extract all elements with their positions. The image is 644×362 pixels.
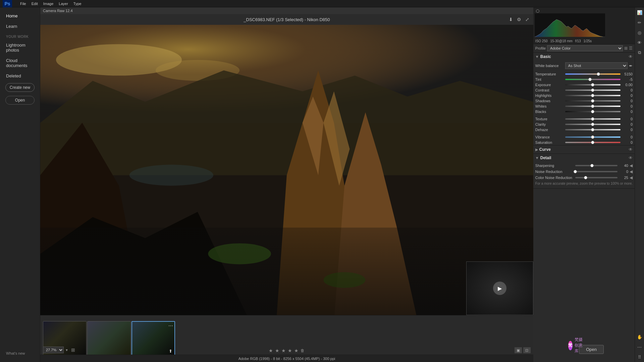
slider-label-clarity: Clarity [535,122,564,126]
grid-icon[interactable]: ⊞ [71,347,75,353]
slider-thumb-blacks[interactable] [591,110,594,113]
slider-value-dehaze: 0 [622,128,633,132]
title-bar: _DSC6983.NEF (1/3 Selected) - Nikon D850… [40,14,533,25]
slider-thumb-contrast[interactable] [591,88,594,92]
slider-value-texture: 0 [622,117,633,121]
slider-track-blacks[interactable] [565,111,621,112]
grid-view-icon[interactable]: ⊞ [624,46,628,51]
slider-thumb-texture[interactable] [591,117,594,121]
slider-thumb-exposure[interactable] [591,83,594,86]
menu-file[interactable]: File [20,2,26,6]
whats-new-link[interactable]: What's new [3,349,37,358]
slider-thumb-dehaze[interactable] [591,128,594,131]
sidebar-item-cloud[interactable]: Cloud documents [3,56,37,70]
slider-thumb-shadows[interactable] [591,99,594,103]
image-area: ▶ [40,25,533,315]
menu-edit[interactable]: Edit [32,2,38,6]
slider-track-vibrance[interactable] [565,136,621,138]
detail-track-color-noise-reduction[interactable] [575,177,618,178]
zoom-select[interactable]: 27.7% [43,347,64,353]
wb-select[interactable]: As Shot [565,62,628,69]
iso-value: ISO 250 [535,39,548,43]
slider-thumb-whites[interactable] [591,105,594,108]
detail-thumb-color-noise-reduction[interactable] [584,176,587,179]
slider-track-texture[interactable] [565,118,621,120]
slider-thumb-tint[interactable] [588,78,592,81]
aperture-value: f/13 [575,39,581,43]
layers-tool-icon[interactable]: ⧉ [636,49,643,56]
slider-track-whites[interactable] [565,106,621,107]
histogram-tool-icon[interactable]: 📊 [636,9,643,16]
wb-eyedropper-icon[interactable]: ✒ [629,63,633,68]
sidebar-item-lightroom[interactable]: Lightroom photos [3,41,37,55]
play-button[interactable]: ▶ [493,282,506,295]
sliders-extra-icon[interactable]: ⋯ [636,343,643,351]
slider-label-temperature: Temperature [535,72,564,76]
detail-section: ▼ Detail 👁 Sharpening40◀Noise Reduction0… [533,154,635,189]
filmstrip-thumb-3[interactable]: ⋯ ⬆ [131,321,175,356]
basic-section: ▼ Basic 👁 White balance As Shot ✒ [533,53,635,145]
color-wheel-icon[interactable]: ◎ [636,29,643,36]
detail-thumb-sharpening[interactable] [590,164,594,167]
sidebar-item-home[interactable]: Home [3,11,37,20]
slider-track-temperature[interactable] [565,73,621,75]
eye-tool-icon[interactable]: 👁 [636,39,643,46]
single-view-button[interactable]: ▣ [515,347,522,353]
slider-track-contrast[interactable] [565,89,621,91]
slider-thumb-vibrance[interactable] [591,135,594,139]
slider-label-vibrance: Vibrance [535,135,564,139]
edit-tool-icon[interactable]: ✏ [636,19,643,26]
grid-dots-icon[interactable]: ⠿ [636,353,643,361]
slider-track-highlights[interactable] [565,95,621,96]
slider-thumb-saturation[interactable] [591,141,594,144]
detail-track-noise-reduction[interactable] [575,171,618,172]
slider-track-tint[interactable] [565,79,621,80]
detail-adj-noise-reduction[interactable]: ◀ [630,169,633,174]
slider-thumb-clarity[interactable] [591,123,594,126]
detail-adj-sharpening[interactable]: ◀ [630,163,633,168]
detail-label-sharpening: Sharpening [535,164,574,168]
profile-select[interactable]: Adobe Color [547,45,623,51]
list-view-icon[interactable]: ☰ [629,46,633,51]
sidebar-open-button[interactable]: Open [5,96,35,105]
slider-thumb-temperature[interactable] [597,72,600,76]
star-1-icon[interactable]: ★ [269,348,273,353]
slider-thumb-highlights[interactable] [591,94,594,97]
create-new-button[interactable]: Create new [5,83,35,92]
settings-icon[interactable]: ⚙ [517,17,521,22]
slider-track-exposure[interactable] [565,84,621,85]
menu-layer[interactable]: Layer [59,2,68,6]
star-5-icon[interactable]: ★ [294,348,299,353]
menu-type[interactable]: Type [73,2,82,6]
expand-icon[interactable]: ⤢ [525,17,529,22]
basic-visibility-icon[interactable]: 👁 [629,54,633,59]
sidebar-item-deleted[interactable]: Deleted [3,71,37,80]
delete-flag-icon[interactable]: 🗑 [301,348,305,353]
slider-track-shadows[interactable] [565,100,621,102]
star-3-icon[interactable]: ★ [281,348,286,353]
detail-section-header[interactable]: ▼ Detail 👁 [533,154,635,162]
detail-track-sharpening[interactable] [575,165,618,166]
curve-section-header[interactable]: ▶ Curve 👁 [533,145,635,154]
slider-track-clarity[interactable] [565,124,621,125]
status-bar: Adobe RGB (1998) - 8 bit - 8256 x 5504 (… [40,355,533,362]
thumb-menu-icon[interactable]: ⋯ [168,323,173,328]
detail-thumb-noise-reduction[interactable] [574,170,577,173]
hand-tool-icon[interactable]: ✋ [636,333,643,341]
sidebar-item-learn[interactable]: Learn [3,22,37,31]
star-2-icon[interactable]: ★ [275,348,279,353]
thumb-export-icon[interactable]: ⬆ [169,349,172,354]
menu-image[interactable]: Image [43,2,54,6]
slider-track-dehaze[interactable] [565,129,621,130]
curve-visibility-icon[interactable]: 👁 [629,147,633,152]
detail-adj-color-noise-reduction[interactable]: ◀ [630,175,633,180]
slider-track-saturation[interactable] [565,142,621,143]
filmstrip-thumb-2[interactable] [87,321,131,356]
compare-view-button[interactable]: ⊡ [523,347,531,353]
status-text: Adobe RGB (1998) - 8 bit - 8256 x 5504 (… [238,357,335,361]
basic-section-header[interactable]: ▼ Basic 👁 [533,53,635,61]
download-icon[interactable]: ⬇ [509,17,513,22]
basic-section-content: White balance As Shot ✒ [533,61,635,71]
star-4-icon[interactable]: ★ [288,348,292,353]
detail-visibility-icon[interactable]: 👁 [629,156,633,160]
